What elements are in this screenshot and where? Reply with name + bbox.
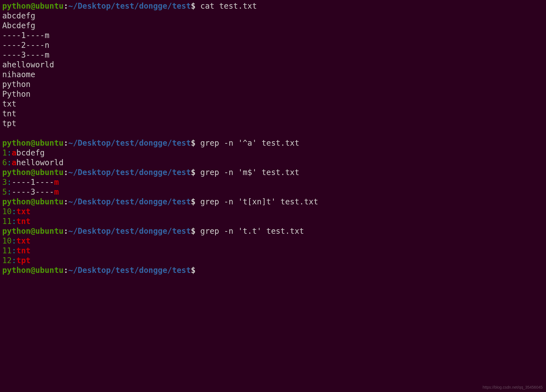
prompt-host: ubuntu <box>35 1 63 11</box>
grep-match: m <box>54 178 59 187</box>
output-line: txt <box>2 99 544 109</box>
grep-output-line: 11:tnt <box>2 246 544 256</box>
grep-match: m <box>54 187 59 197</box>
prompt-user: python <box>2 168 30 177</box>
grep-output-line: 10:txt <box>2 207 544 216</box>
grep-match: txt <box>17 236 31 245</box>
grep-output-line: 5:----3----m <box>2 187 544 197</box>
grep-lineno: 10 <box>2 236 12 245</box>
output-line: ----1----m <box>2 30 544 40</box>
prompt-colon: : <box>63 197 68 206</box>
command-text: grep -n 't[xn]t' test.txt <box>200 197 318 206</box>
terminal-window[interactable]: python@ubuntu:~/Desktop/test/dongge/test… <box>2 1 544 275</box>
grep-separator: : <box>12 246 17 255</box>
prompt-user: python <box>2 226 30 236</box>
prompt-dollar: $ <box>191 138 200 148</box>
grep-separator: : <box>7 187 12 197</box>
prompt-host: ubuntu <box>35 138 63 148</box>
prompt-user: python <box>2 197 30 206</box>
grep-separator: : <box>12 236 17 245</box>
prompt-colon: : <box>63 138 68 148</box>
command-text: grep -n 'm$' test.txt <box>200 168 299 177</box>
grep-lineno: 1 <box>2 148 7 157</box>
grep-lineno: 11 <box>2 246 12 255</box>
prompt-dollar: $ <box>191 168 200 177</box>
prompt-line: python@ubuntu:~/Desktop/test/dongge/test… <box>2 197 544 207</box>
command-text: grep -n '^a' test.txt <box>200 138 299 148</box>
prompt-line: python@ubuntu:~/Desktop/test/dongge/test… <box>2 226 544 236</box>
prompt-user: python <box>2 138 30 148</box>
output-line: abcdefg <box>2 11 544 21</box>
prompt-at-icon: @ <box>30 1 35 11</box>
output-line: Abcdefg <box>2 21 544 30</box>
prompt-host: ubuntu <box>35 266 63 275</box>
prompt-line[interactable]: python@ubuntu:~/Desktop/test/dongge/test… <box>2 265 544 275</box>
prompt-line: python@ubuntu:~/Desktop/test/dongge/test… <box>2 167 544 177</box>
grep-match: tpt <box>17 256 31 265</box>
prompt-dollar: $ <box>191 266 200 275</box>
grep-separator: : <box>7 158 12 167</box>
prompt-at-icon: @ <box>30 168 35 177</box>
prompt-user: python <box>2 266 30 275</box>
output-line: python <box>2 79 544 89</box>
grep-separator: : <box>12 217 17 226</box>
output-line: tnt <box>2 109 544 119</box>
grep-output-line: 12:tpt <box>2 256 544 265</box>
grep-lineno: 11 <box>2 217 12 226</box>
output-line: Python <box>2 89 544 99</box>
prompt-colon: : <box>63 226 68 236</box>
prompt-user: python <box>2 1 30 11</box>
grep-match: a <box>12 148 17 157</box>
grep-output-line: 10:txt <box>2 236 544 246</box>
prompt-at-icon: @ <box>30 197 35 206</box>
prompt-colon: : <box>63 1 68 11</box>
output-line: ----3----m <box>2 50 544 60</box>
prompt-path: ~/Desktop/test/dongge/test <box>68 197 191 206</box>
grep-lineno: 6 <box>2 158 7 167</box>
grep-lineno: 3 <box>2 178 7 187</box>
command-text: cat test.txt <box>200 1 257 11</box>
grep-match: txt <box>17 207 31 216</box>
grep-output-line: 3:----1----m <box>2 177 544 187</box>
grep-before: ----3---- <box>12 187 54 197</box>
prompt-line: python@ubuntu:~/Desktop/test/dongge/test… <box>2 1 544 11</box>
grep-output-line: 6:ahelloworld <box>2 158 544 167</box>
prompt-line: python@ubuntu:~/Desktop/test/dongge/test… <box>2 138 544 148</box>
grep-rest: helloworld <box>17 158 64 167</box>
output-line: nihaome <box>2 70 544 79</box>
grep-lineno: 5 <box>2 187 7 197</box>
grep-output-line: 1:abcdefg <box>2 148 544 158</box>
grep-match: tnt <box>17 246 31 255</box>
prompt-host: ubuntu <box>35 197 63 206</box>
prompt-host: ubuntu <box>35 168 63 177</box>
prompt-path: ~/Desktop/test/dongge/test <box>68 1 191 11</box>
prompt-host: ubuntu <box>35 226 63 236</box>
grep-match: tnt <box>17 217 31 226</box>
prompt-path: ~/Desktop/test/dongge/test <box>68 168 191 177</box>
grep-output-line: 11:tnt <box>2 216 544 226</box>
prompt-dollar: $ <box>191 197 200 206</box>
prompt-path: ~/Desktop/test/dongge/test <box>68 226 191 236</box>
grep-rest: bcdefg <box>17 148 45 157</box>
prompt-at-icon: @ <box>30 226 35 236</box>
prompt-colon: : <box>63 168 68 177</box>
grep-match: a <box>12 158 17 167</box>
prompt-path: ~/Desktop/test/dongge/test <box>68 266 191 275</box>
watermark-text: https://blog.csdn.net/qq_35456045 <box>483 385 543 390</box>
grep-separator: : <box>7 148 12 157</box>
grep-lineno: 12 <box>2 256 12 265</box>
prompt-at-icon: @ <box>30 266 35 275</box>
prompt-at-icon: @ <box>30 138 35 148</box>
prompt-dollar: $ <box>191 1 200 11</box>
output-line <box>2 128 544 138</box>
prompt-dollar: $ <box>191 226 200 236</box>
output-line: ----2----n <box>2 40 544 50</box>
prompt-colon: : <box>63 266 68 275</box>
output-line: ahelloworld <box>2 60 544 70</box>
prompt-path: ~/Desktop/test/dongge/test <box>68 138 191 148</box>
grep-separator: : <box>12 256 17 265</box>
grep-separator: : <box>7 178 12 187</box>
output-line: tpt <box>2 119 544 128</box>
grep-lineno: 10 <box>2 207 12 216</box>
grep-before: ----1---- <box>12 178 54 187</box>
